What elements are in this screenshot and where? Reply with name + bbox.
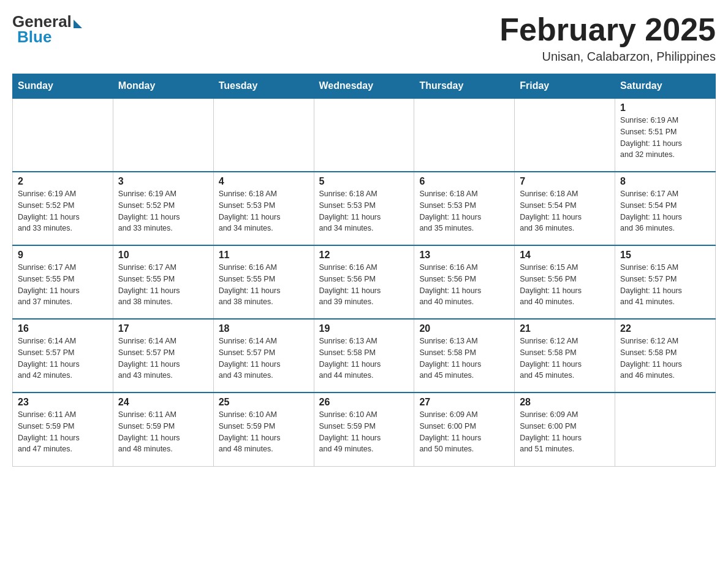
calendar-cell — [414, 98, 515, 172]
calendar-header-saturday: Saturday — [615, 74, 716, 99]
logo-arrow-icon — [74, 20, 82, 28]
calendar-week-row: 9Sunrise: 6:17 AM Sunset: 5:55 PM Daylig… — [13, 245, 716, 319]
calendar-cell: 4Sunrise: 6:18 AM Sunset: 5:53 PM Daylig… — [213, 172, 314, 245]
day-info: Sunrise: 6:12 AM Sunset: 5:58 PM Dayligh… — [520, 335, 610, 381]
title-section: February 2025 Unisan, Calabarzon, Philip… — [499, 12, 716, 64]
calendar-header-sunday: Sunday — [13, 74, 113, 99]
calendar-cell: 6Sunrise: 6:18 AM Sunset: 5:53 PM Daylig… — [414, 172, 515, 245]
calendar-header-row: SundayMondayTuesdayWednesdayThursdayFrid… — [13, 74, 716, 99]
day-info: Sunrise: 6:16 AM Sunset: 5:56 PM Dayligh… — [319, 262, 409, 308]
calendar-cell: 22Sunrise: 6:12 AM Sunset: 5:58 PM Dayli… — [615, 319, 716, 393]
day-number: 16 — [18, 323, 108, 334]
day-info: Sunrise: 6:17 AM Sunset: 5:54 PM Dayligh… — [620, 188, 710, 234]
calendar-cell: 23Sunrise: 6:11 AM Sunset: 5:59 PM Dayli… — [13, 393, 113, 466]
day-info: Sunrise: 6:13 AM Sunset: 5:58 PM Dayligh… — [319, 335, 409, 381]
day-number: 2 — [18, 176, 108, 187]
calendar-header-tuesday: Tuesday — [213, 74, 314, 99]
calendar-header-monday: Monday — [113, 74, 213, 99]
calendar-cell: 1Sunrise: 6:19 AM Sunset: 5:51 PM Daylig… — [615, 98, 716, 172]
day-info: Sunrise: 6:13 AM Sunset: 5:58 PM Dayligh… — [419, 335, 509, 381]
calendar-cell: 15Sunrise: 6:15 AM Sunset: 5:57 PM Dayli… — [615, 245, 716, 319]
day-number: 15 — [620, 250, 710, 261]
calendar-cell — [13, 98, 113, 172]
calendar-cell: 13Sunrise: 6:16 AM Sunset: 5:56 PM Dayli… — [414, 245, 515, 319]
day-number: 27 — [419, 397, 509, 408]
day-info: Sunrise: 6:15 AM Sunset: 5:56 PM Dayligh… — [520, 262, 610, 308]
day-info: Sunrise: 6:18 AM Sunset: 5:53 PM Dayligh… — [319, 188, 409, 234]
calendar-cell: 3Sunrise: 6:19 AM Sunset: 5:52 PM Daylig… — [113, 172, 213, 245]
day-info: Sunrise: 6:12 AM Sunset: 5:58 PM Dayligh… — [620, 335, 710, 381]
calendar-cell: 2Sunrise: 6:19 AM Sunset: 5:52 PM Daylig… — [13, 172, 113, 245]
day-number: 17 — [118, 323, 208, 334]
day-number: 23 — [18, 397, 108, 408]
day-number: 3 — [118, 176, 208, 187]
day-number: 1 — [620, 102, 710, 113]
day-number: 11 — [219, 250, 309, 261]
calendar-cell: 21Sunrise: 6:12 AM Sunset: 5:58 PM Dayli… — [515, 319, 615, 393]
day-number: 4 — [219, 176, 309, 187]
calendar-cell: 8Sunrise: 6:17 AM Sunset: 5:54 PM Daylig… — [615, 172, 716, 245]
day-info: Sunrise: 6:14 AM Sunset: 5:57 PM Dayligh… — [219, 335, 309, 381]
calendar-cell — [515, 98, 615, 172]
day-number: 18 — [219, 323, 309, 334]
day-info: Sunrise: 6:10 AM Sunset: 5:59 PM Dayligh… — [219, 409, 309, 455]
day-number: 10 — [118, 250, 208, 261]
day-number: 22 — [620, 323, 710, 334]
day-info: Sunrise: 6:18 AM Sunset: 5:54 PM Dayligh… — [520, 188, 610, 234]
logo: General Blue — [12, 12, 82, 47]
day-number: 21 — [520, 323, 610, 334]
day-number: 25 — [219, 397, 309, 408]
day-number: 12 — [319, 250, 409, 261]
location-text: Unisan, Calabarzon, Philippines — [499, 50, 716, 64]
day-info: Sunrise: 6:19 AM Sunset: 5:51 PM Dayligh… — [620, 115, 710, 161]
day-info: Sunrise: 6:16 AM Sunset: 5:55 PM Dayligh… — [219, 262, 309, 308]
day-info: Sunrise: 6:11 AM Sunset: 5:59 PM Dayligh… — [18, 409, 108, 455]
day-info: Sunrise: 6:14 AM Sunset: 5:57 PM Dayligh… — [118, 335, 208, 381]
day-info: Sunrise: 6:17 AM Sunset: 5:55 PM Dayligh… — [18, 262, 108, 308]
day-number: 20 — [419, 323, 509, 334]
calendar-cell: 5Sunrise: 6:18 AM Sunset: 5:53 PM Daylig… — [314, 172, 414, 245]
day-number: 9 — [18, 250, 108, 261]
day-info: Sunrise: 6:09 AM Sunset: 6:00 PM Dayligh… — [520, 409, 610, 455]
calendar-cell: 24Sunrise: 6:11 AM Sunset: 5:59 PM Dayli… — [113, 393, 213, 466]
calendar-cell: 10Sunrise: 6:17 AM Sunset: 5:55 PM Dayli… — [113, 245, 213, 319]
page-header: General Blue February 2025 Unisan, Calab… — [12, 12, 716, 64]
calendar-cell — [615, 393, 716, 466]
logo-blue-text: Blue — [17, 28, 51, 47]
day-info: Sunrise: 6:17 AM Sunset: 5:55 PM Dayligh… — [118, 262, 208, 308]
calendar-cell: 9Sunrise: 6:17 AM Sunset: 5:55 PM Daylig… — [13, 245, 113, 319]
calendar-cell: 26Sunrise: 6:10 AM Sunset: 5:59 PM Dayli… — [314, 393, 414, 466]
calendar-header-friday: Friday — [515, 74, 615, 99]
day-info: Sunrise: 6:19 AM Sunset: 5:52 PM Dayligh… — [118, 188, 208, 234]
day-info: Sunrise: 6:14 AM Sunset: 5:57 PM Dayligh… — [18, 335, 108, 381]
calendar-cell: 27Sunrise: 6:09 AM Sunset: 6:00 PM Dayli… — [414, 393, 515, 466]
calendar-cell: 19Sunrise: 6:13 AM Sunset: 5:58 PM Dayli… — [314, 319, 414, 393]
calendar-week-row: 16Sunrise: 6:14 AM Sunset: 5:57 PM Dayli… — [13, 319, 716, 393]
day-number: 6 — [419, 176, 509, 187]
day-number: 14 — [520, 250, 610, 261]
calendar-cell: 11Sunrise: 6:16 AM Sunset: 5:55 PM Dayli… — [213, 245, 314, 319]
day-info: Sunrise: 6:19 AM Sunset: 5:52 PM Dayligh… — [18, 188, 108, 234]
calendar-cell: 20Sunrise: 6:13 AM Sunset: 5:58 PM Dayli… — [414, 319, 515, 393]
day-info: Sunrise: 6:18 AM Sunset: 5:53 PM Dayligh… — [419, 188, 509, 234]
calendar-cell — [314, 98, 414, 172]
calendar-week-row: 23Sunrise: 6:11 AM Sunset: 5:59 PM Dayli… — [13, 393, 716, 466]
day-info: Sunrise: 6:18 AM Sunset: 5:53 PM Dayligh… — [219, 188, 309, 234]
day-info: Sunrise: 6:11 AM Sunset: 5:59 PM Dayligh… — [118, 409, 208, 455]
calendar-cell: 28Sunrise: 6:09 AM Sunset: 6:00 PM Dayli… — [515, 393, 615, 466]
day-number: 28 — [520, 397, 610, 408]
calendar-table: SundayMondayTuesdayWednesdayThursdayFrid… — [12, 74, 716, 467]
day-info: Sunrise: 6:10 AM Sunset: 5:59 PM Dayligh… — [319, 409, 409, 455]
calendar-cell: 25Sunrise: 6:10 AM Sunset: 5:59 PM Dayli… — [213, 393, 314, 466]
day-number: 26 — [319, 397, 409, 408]
calendar-cell: 12Sunrise: 6:16 AM Sunset: 5:56 PM Dayli… — [314, 245, 414, 319]
day-number: 5 — [319, 176, 409, 187]
day-number: 13 — [419, 250, 509, 261]
day-info: Sunrise: 6:16 AM Sunset: 5:56 PM Dayligh… — [419, 262, 509, 308]
day-number: 24 — [118, 397, 208, 408]
calendar-header-thursday: Thursday — [414, 74, 515, 99]
calendar-cell: 18Sunrise: 6:14 AM Sunset: 5:57 PM Dayli… — [213, 319, 314, 393]
calendar-week-row: 2Sunrise: 6:19 AM Sunset: 5:52 PM Daylig… — [13, 172, 716, 245]
calendar-cell: 16Sunrise: 6:14 AM Sunset: 5:57 PM Dayli… — [13, 319, 113, 393]
day-info: Sunrise: 6:09 AM Sunset: 6:00 PM Dayligh… — [419, 409, 509, 455]
